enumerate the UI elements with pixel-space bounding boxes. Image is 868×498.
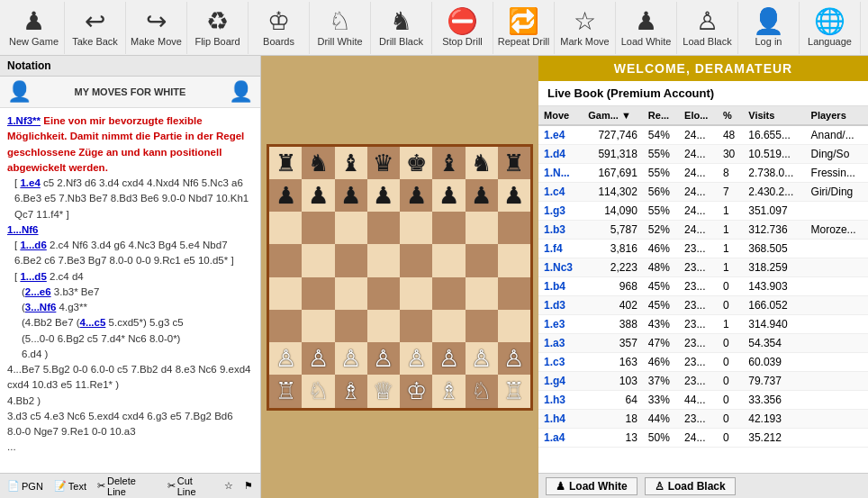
- piece-bp-c7[interactable]: ♟: [340, 184, 361, 207]
- star-button[interactable]: ☆: [221, 479, 237, 493]
- square-c6[interactable]: [335, 212, 367, 244]
- move-link-7[interactable]: 1.Nc3: [544, 261, 573, 274]
- move-link-16[interactable]: 1.a4: [544, 431, 565, 444]
- square-g4[interactable]: [466, 277, 498, 310]
- col-re[interactable]: Re...: [643, 106, 679, 125]
- pgn-button[interactable]: 📄 PGN: [4, 479, 47, 493]
- square-h6[interactable]: [498, 212, 530, 244]
- piece-bp-b7[interactable]: ♟: [308, 184, 329, 207]
- square-e3[interactable]: [400, 310, 432, 342]
- table-scroll[interactable]: Move Gam... ▼ Re... Elo... % Visits Play…: [538, 106, 868, 473]
- piece-wb-f1[interactable]: ♗: [439, 379, 459, 403]
- square-d7[interactable]: ♟: [367, 179, 400, 212]
- square-g3[interactable]: [466, 310, 498, 342]
- square-h8[interactable]: ♜: [498, 147, 530, 179]
- notation-move-1nf3[interactable]: 1.Nf3**: [7, 115, 41, 126]
- square-d5[interactable]: [367, 244, 400, 276]
- nota-d6[interactable]: 1...d6: [20, 240, 46, 250]
- cut-line-button[interactable]: ✂ Cut Line: [164, 475, 217, 498]
- col-games[interactable]: Gam... ▼: [583, 106, 643, 125]
- login-button[interactable]: 👤 Log in: [738, 2, 800, 54]
- piece-wp-d2[interactable]: ♙: [373, 347, 393, 370]
- piece-bb-f8[interactable]: ♝: [439, 151, 459, 175]
- piece-br-h8[interactable]: ♜: [503, 151, 524, 175]
- square-g8[interactable]: ♞: [466, 147, 498, 179]
- nota-4c5[interactable]: 4...c5: [80, 317, 106, 328]
- move-link-8[interactable]: 1.b4: [544, 280, 565, 293]
- square-d2[interactable]: ♙: [367, 342, 400, 375]
- square-g6[interactable]: [466, 212, 498, 244]
- piece-wp-b2[interactable]: ♙: [308, 347, 329, 370]
- square-e8[interactable]: ♚: [400, 147, 432, 179]
- load-white-button[interactable]: ♟ Load White: [616, 2, 677, 54]
- move-link-4[interactable]: 1.g3: [544, 204, 565, 217]
- move-link-12[interactable]: 1.c3: [544, 356, 565, 368]
- square-b2[interactable]: ♙: [302, 342, 334, 375]
- square-e4[interactable]: [400, 277, 432, 310]
- drill-white-button[interactable]: ♘ Drill White: [310, 2, 371, 54]
- square-f3[interactable]: [432, 310, 465, 342]
- flag-button[interactable]: ⚑: [240, 479, 257, 493]
- square-d6[interactable]: [367, 212, 400, 244]
- drill-black-button[interactable]: ♞ Drill Black: [371, 2, 432, 54]
- col-elo[interactable]: Elo...: [679, 106, 718, 125]
- piece-bp-h7[interactable]: ♟: [503, 184, 524, 207]
- move-link-1[interactable]: 1.d4: [544, 148, 565, 160]
- square-h7[interactable]: ♟: [498, 179, 530, 212]
- move-link-14[interactable]: 1.h3: [544, 394, 565, 406]
- move-link-15[interactable]: 1.h4: [544, 412, 565, 425]
- square-a2[interactable]: ♙: [269, 342, 302, 375]
- square-a7[interactable]: ♟: [269, 179, 302, 212]
- square-b3[interactable]: [302, 310, 334, 342]
- delete-line-button[interactable]: ✂ Delete Line: [94, 475, 160, 498]
- square-h2[interactable]: ♙: [498, 342, 530, 375]
- square-f1[interactable]: ♗: [432, 375, 465, 407]
- piece-bn-g8[interactable]: ♞: [471, 151, 492, 175]
- load-black-button[interactable]: ♙ Load Black: [677, 2, 738, 54]
- square-c8[interactable]: ♝: [335, 147, 367, 179]
- piece-bp-g7[interactable]: ♟: [471, 184, 492, 207]
- piece-bq-d8[interactable]: ♛: [373, 151, 393, 175]
- move-link-11[interactable]: 1.a3: [544, 337, 565, 349]
- piece-wb-c1[interactable]: ♗: [340, 379, 361, 403]
- square-f7[interactable]: ♟: [432, 179, 465, 212]
- square-b4[interactable]: [302, 277, 334, 310]
- square-b8[interactable]: ♞: [302, 147, 334, 179]
- col-players[interactable]: Players: [806, 106, 868, 125]
- nota-3nf6[interactable]: 3...Nf6: [25, 302, 57, 312]
- square-c3[interactable]: [335, 310, 367, 342]
- piece-wp-h2[interactable]: ♙: [503, 347, 524, 370]
- square-f4[interactable]: [432, 277, 465, 310]
- piece-wn-b1[interactable]: ♘: [308, 379, 329, 403]
- square-c5[interactable]: [335, 244, 367, 276]
- piece-wp-e2[interactable]: ♙: [406, 347, 427, 370]
- square-e1[interactable]: ♔: [400, 375, 432, 407]
- square-g1[interactable]: ♘: [466, 375, 498, 407]
- language-button[interactable]: 🌐 Language: [800, 2, 861, 54]
- square-b1[interactable]: ♘: [302, 375, 334, 407]
- nota-e4[interactable]: 1.e4: [20, 177, 40, 188]
- square-g5[interactable]: [466, 244, 498, 276]
- piece-bk-e8[interactable]: ♚: [406, 151, 427, 175]
- text-button[interactable]: 📝 Text: [50, 479, 90, 493]
- chess-board[interactable]: ♜♞♝♛♚♝♞♜♟♟♟♟♟♟♟♟♙♙♙♙♙♙♙♙♖♘♗♕♔♗♘♖: [267, 144, 533, 411]
- square-h1[interactable]: ♖: [498, 375, 530, 407]
- take-back-button[interactable]: ↩ Take Back: [65, 2, 126, 54]
- square-c4[interactable]: [335, 277, 367, 310]
- piece-wq-d1[interactable]: ♕: [373, 379, 393, 403]
- footer-load-black-button[interactable]: ♙ Load Black: [645, 477, 736, 495]
- square-d3[interactable]: [367, 310, 400, 342]
- square-f8[interactable]: ♝: [432, 147, 465, 179]
- nota-1nf6[interactable]: 1...Nf6: [7, 224, 39, 235]
- piece-br-a8[interactable]: ♜: [276, 151, 296, 175]
- piece-bp-a7[interactable]: ♟: [276, 184, 296, 207]
- square-e2[interactable]: ♙: [400, 342, 432, 375]
- square-a4[interactable]: [269, 277, 302, 310]
- move-link-6[interactable]: 1.f4: [544, 242, 563, 255]
- move-link-13[interactable]: 1.g4: [544, 375, 565, 387]
- piece-bn-b8[interactable]: ♞: [308, 151, 329, 175]
- piece-wn-g1[interactable]: ♘: [471, 379, 492, 403]
- mark-move-button[interactable]: ☆ Mark Move: [555, 2, 616, 54]
- piece-wp-f2[interactable]: ♙: [439, 347, 459, 370]
- square-a6[interactable]: [269, 212, 302, 244]
